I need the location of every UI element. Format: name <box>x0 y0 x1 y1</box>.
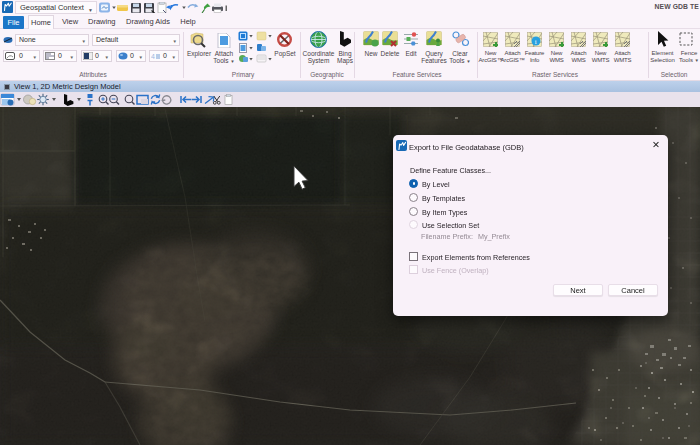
svg-text:i: i <box>535 38 537 46</box>
svg-text:4: 4 <box>151 53 155 60</box>
